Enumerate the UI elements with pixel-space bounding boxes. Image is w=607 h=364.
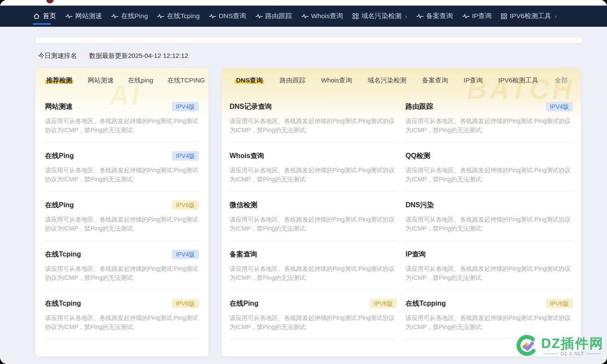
card-ip-query[interactable]: IP查询该应用可从各地区、各线路发起持续的Ping测试:Ping测试协议为ICM… [406,241,573,290]
card-online-ping-v4[interactable]: 在线PingIPV4版该应用可从各地区、各线路发起持续的Ping测试:Ping测… [45,142,199,191]
card-title: 备案查询 [230,250,257,259]
card-description: 该应用可从各地区、各线路发起持续的Ping测试:Ping测试协议为ICMP，禁P… [230,264,397,282]
card-online-tcping-v6[interactable]: 在线TcpingIPV6版该应用可从各地区、各线路发起持续的Ping测试:Pin… [45,290,199,339]
card-online-tcping-v4[interactable]: 在线TcpingIPV4版该应用可从各地区、各线路发起持续的Ping测试:Pin… [45,241,199,290]
nav-item-icp-query[interactable]: 备案查询 [416,12,453,21]
chevron-right-icon: › [555,13,557,20]
card-title: Whois查询 [230,152,264,161]
card-header: DNS记录查询 [230,101,397,112]
card-title: 微信检测 [230,201,257,210]
card-dns-pollution[interactable]: DNS污染该应用可从各地区、各线路发起持续的Ping测试:Ping测试协议为IC… [406,191,573,241]
nav-item-label: DNS查询 [219,12,246,21]
card-description: 该应用可从各地区、各线路发起持续的Ping测试:Ping测试协议为ICMP，禁P… [230,215,397,233]
nav-item-ip-query[interactable]: IP查询 [462,12,492,21]
record-indicator-dot [46,0,54,3]
nav-item-domain-pollution-check[interactable]: 域名污染检测› [352,12,407,21]
pulse-icon [416,13,424,20]
ipv6-version-badge: IPV6版 [546,299,573,308]
pulse-icon [209,13,216,20]
nav-item-site-speed[interactable]: 网站测速 [65,12,102,21]
tab-recommended[interactable]: 推荐检测 [45,76,73,85]
card-title: IP查询 [406,250,426,259]
card-header: DNS污染 [406,200,573,210]
tab-ipv6-tools[interactable]: IPV6检测工具 [498,76,539,85]
tools-panel: BATCH DNS查询路由跟踪Whois查询域名污染检测备案查询IP查询IPV6… [222,68,581,356]
top-navbar: 首页网站测速在线Ping在线TcpingDNS查询路由跟踪Whois查询域名污染… [0,6,607,27]
card-route-trace[interactable]: 路由跟踪IPV4版该应用可从各地区、各线路发起持续的Ping测试:Ping测试协… [406,93,573,142]
nav-item-online-tcping[interactable]: 在线Tcping [157,12,200,21]
nav-item-label: 域名污染检测 [361,12,402,21]
nav-item-label: 网站测速 [75,12,102,21]
card-description: 该应用可从各地区、各线路发起持续的Ping测试:Ping测试协议为ICMP，禁P… [45,117,199,135]
card-title: DNS污染 [406,201,434,210]
chevron-right-icon: › [405,13,407,20]
tab-all[interactable]: 全部 [555,76,568,85]
card-whois-query[interactable]: Whois查询该应用可从各地区、各线路发起持续的Ping测试:Ping测试协议为… [230,142,397,191]
pulse-icon [256,13,263,20]
card-header: 在线TcpingIPV6版 [45,298,199,309]
ipv6-version-badge: IPV6版 [172,200,199,210]
pulse-icon [462,13,470,20]
nav-item-ipv6-tools[interactable]: IPV6检测工具› [501,12,557,21]
nav-item-label: 在线Tcping [167,12,200,21]
nav-item-label: 首页 [43,12,56,21]
tab-ip-query[interactable]: IP查询 [463,76,482,85]
card-header: 路由跟踪IPV4版 [406,101,573,112]
card-dns-record-query[interactable]: DNS记录查询该应用可从各地区、各线路发起持续的Ping测试:Ping测试协议为… [230,93,397,142]
card-wechat-check[interactable]: 微信检测该应用可从各地区、各线路发起持续的Ping测试:Ping测试协议为ICM… [230,191,397,241]
card-title: 在线Tcping [45,250,81,259]
card-header: 在线PingIPV6版 [230,298,397,309]
grid-icon [501,13,507,19]
card-description: 该应用可从各地区、各线路发起持续的Ping测试:Ping测试协议为ICMP，禁P… [406,166,573,184]
pulse-icon [65,13,73,20]
card-online-ping-v6[interactable]: 在线PingIPV6版该应用可从各地区、各线路发起持续的Ping测试:Ping测… [230,290,397,339]
tab-online-ping[interactable]: 在线ping [128,76,153,85]
card-title: 在线Ping [230,299,259,308]
nav-item-label: IPV6检测工具 [510,12,551,21]
card-header: IP查询 [406,249,573,260]
ipv4-version-badge: IPV4版 [172,250,199,259]
nav-item-route-trace[interactable]: 路由跟踪 [256,12,292,21]
card-title: 在线Ping [45,201,74,210]
tab-icp-query[interactable]: 备案查询 [422,76,448,85]
grid-icon [352,13,359,19]
card-header: 在线TcppingIPV6版 [406,298,573,309]
card-online-tcpping-v6[interactable]: 在线TcppingIPV6版该应用可从各地区、各线路发起持续的Ping测试:Pi… [406,290,573,339]
tab-dns-query[interactable]: DNS查询 [235,76,264,85]
card-online-ping-v6[interactable]: 在线PingIPV6版该应用可从各地区、各线路发起持续的Ping测试:Ping测… [45,191,199,241]
tools-card-grid: DNS记录查询该应用可从各地区、各线路发起持续的Ping测试:Ping测试协议为… [222,93,581,339]
nav-item-label: 在线Ping [121,12,148,21]
card-description: 该应用可从各地区、各线路发起持续的Ping测试:Ping测试协议为ICMP，禁P… [45,264,199,282]
pulse-icon [301,13,309,20]
tab-online-tcping[interactable]: 在线TCPING [167,76,205,85]
active-nav-underline [33,23,51,25]
nav-item-home[interactable]: 首页 [33,12,56,21]
card-header: 在线TcpingIPV4版 [45,249,199,260]
tab-whois-query[interactable]: Whois查询 [321,76,352,85]
nav-item-dns-query[interactable]: DNS查询 [209,12,246,21]
tab-route-trace[interactable]: 路由跟踪 [280,76,306,85]
card-description: 该应用可从各地区、各线路发起持续的Ping测试:Ping测试协议为ICMP，禁P… [45,166,199,184]
ipv6-version-badge: IPV6版 [370,299,397,308]
card-icp-query[interactable]: 备案查询该应用可从各地区、各线路发起持续的Ping测试:Ping测试协议为ICM… [230,241,397,290]
card-description: 该应用可从各地区、各线路发起持续的Ping测试:Ping测试协议为ICMP，禁P… [230,166,397,184]
card-qq-check[interactable]: QQ检测该应用可从各地区、各线路发起持续的Ping测试:Ping测试协议为ICM… [406,142,573,191]
ipv4-version-badge: IPV4版 [172,102,199,111]
nav-item-label: Whois查询 [311,12,343,21]
tab-domain-pollution[interactable]: 域名污染检测 [367,76,406,85]
card-description: 该应用可从各地区、各线路发起持续的Ping测试:Ping测试协议为ICMP，禁P… [406,313,573,332]
card-site-speed[interactable]: 网站测速IPV4版该应用可从各地区、各线路发起持续的Ping测试:Ping测试协… [45,93,199,142]
nav-item-online-ping[interactable]: 在线Ping [111,12,148,21]
ipv6-version-badge: IPV6版 [172,299,199,308]
nav-item-whois-query[interactable]: Whois查询 [301,12,343,21]
card-title: 在线Tcpping [406,299,446,308]
card-description: 该应用可从各地区、各线路发起持续的Ping测试:Ping测试协议为ICMP，禁P… [230,313,397,332]
collapsed-panel-bar [35,38,582,43]
ranking-row: 今日测速排名 数据最新更新2025-04-12 12:12:12 [38,52,188,60]
tab-site-speed[interactable]: 网站测速 [88,76,114,85]
card-description: 该应用可从各地区、各线路发起持续的Ping测试:Ping测试协议为ICMP，禁P… [406,215,573,233]
card-description: 该应用可从各地区、各线路发起持续的Ping测试:Ping测试协议为ICMP，禁P… [406,264,573,282]
nav-item-label: 路由跟踪 [265,12,292,21]
card-description: 该应用可从各地区、各线路发起持续的Ping测试:Ping测试协议为ICMP，禁P… [406,117,573,135]
card-description: 该应用可从各地区、各线路发起持续的Ping测试:Ping测试协议为ICMP，禁P… [230,117,397,135]
